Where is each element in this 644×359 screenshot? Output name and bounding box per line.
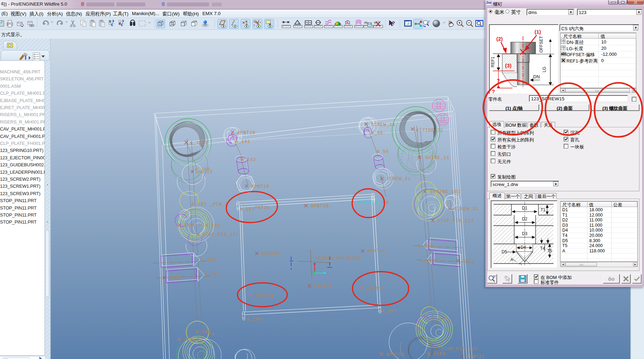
svg-text:PNT35: PNT35 <box>255 205 270 210</box>
svg-text:APNT18: APNT18 <box>386 352 404 357</box>
svg-text:(3): (3) <box>505 62 511 68</box>
svg-text:STOP_PIN_113: STOP_PIN_113 <box>437 219 474 224</box>
svg-text:D5: D5 <box>502 250 507 254</box>
svg-text:PNT1: PNT1 <box>463 259 475 264</box>
svg-text:A_7168: A_7168 <box>427 352 445 357</box>
svg-text:SCREW_21: SCREW_21 <box>387 177 411 181</box>
svg-text:A: A <box>510 257 513 262</box>
svg-text:OFFSET: OFFSET <box>539 36 544 53</box>
svg-text:APNT13: APNT13 <box>195 170 213 174</box>
svg-text:APNT38: APNT38 <box>367 249 385 254</box>
svg-text:APNT21: APNT21 <box>467 354 485 359</box>
svg-text:DN: DN <box>533 74 540 79</box>
svg-text:APNT10: APNT10 <box>184 337 202 342</box>
svg-text:APNT34: APNT34 <box>256 293 274 298</box>
svg-text:A_199: A_199 <box>381 309 397 314</box>
svg-text:A_265: A_265 <box>196 330 211 335</box>
svg-text:APNT39: APNT39 <box>262 252 280 257</box>
svg-text:A_190: A_190 <box>418 244 434 249</box>
svg-text:D3: D3 <box>522 231 528 236</box>
svg-text:STOP_PIN_112: STOP_PIN_112 <box>441 347 477 352</box>
svg-text:(1): (1) <box>535 29 541 35</box>
svg-text:ORIGIN_MOLDBASE: ORIGIN_MOLDBASE <box>315 256 361 261</box>
svg-text:STOP_PIN_101: STOP_PIN_101 <box>184 223 220 228</box>
svg-text:4: 4 <box>447 319 450 323</box>
svg-text:SCREW_31: SCREW_31 <box>454 207 479 212</box>
svg-text:?: ? <box>392 20 395 26</box>
svg-text:?: ? <box>492 88 495 94</box>
svg-text:A_197: A_197 <box>240 207 255 212</box>
svg-text:A_55: A_55 <box>371 131 383 136</box>
svg-text:REF1: REF1 <box>490 56 495 67</box>
svg-text:APNT19: APNT19 <box>237 131 255 135</box>
svg-text:SPRING_101: SPRING_101 <box>430 190 461 194</box>
svg-text:z: z <box>254 24 255 26</box>
svg-text:A_7IDE_21: A_7IDE_21 <box>416 128 443 133</box>
svg-text:A_262 _PIN_2: A_262 _PIN_2 <box>192 202 228 207</box>
svg-text:98: 98 <box>383 200 389 205</box>
svg-text:D1: D1 <box>522 206 528 211</box>
svg-text:?: ? <box>497 78 500 84</box>
svg-text:T1: T1 <box>541 207 545 212</box>
svg-text:A_7179: A_7179 <box>190 141 208 146</box>
svg-text:APNT32: APNT32 <box>362 200 381 205</box>
svg-text:y: y <box>254 20 255 22</box>
svg-text:LG: LG <box>542 67 547 72</box>
svg-text:A_196: A_196 <box>247 317 262 322</box>
svg-text:APNT36: APNT36 <box>311 204 329 209</box>
svg-text:A_151: A_151 <box>205 272 220 277</box>
svg-text:(2): (2) <box>496 36 503 42</box>
svg-text:T4: T4 <box>540 246 545 251</box>
svg-text:APNT37: APNT37 <box>314 284 332 289</box>
svg-text:STOP_PIN_111: STOP_PIN_111 <box>202 232 239 237</box>
svg-text:PNT0: PNT0 <box>169 275 181 280</box>
svg-text:A_259: A_259 <box>432 317 448 321</box>
svg-text:A_166: A_166 <box>421 259 436 264</box>
svg-text:A_141: A_141 <box>235 139 250 144</box>
svg-text:A_55: A_55 <box>377 149 389 154</box>
svg-text:A_188: A_188 <box>201 258 216 263</box>
svg-text:A_242: A_242 <box>241 158 256 162</box>
svg-text:D2: D2 <box>522 217 528 221</box>
svg-text:D4: D4 <box>521 245 526 250</box>
svg-text:6: 6 <box>212 332 215 337</box>
svg-text:x: x <box>260 21 261 24</box>
svg-text:APNT16: APNT16 <box>251 184 269 189</box>
svg-text:GUIDE_11: GUIDE_11 <box>425 155 450 160</box>
svg-text:SCREW_11: SCREW_11 <box>371 122 396 127</box>
svg-text:APNT33: APNT33 <box>366 286 384 291</box>
